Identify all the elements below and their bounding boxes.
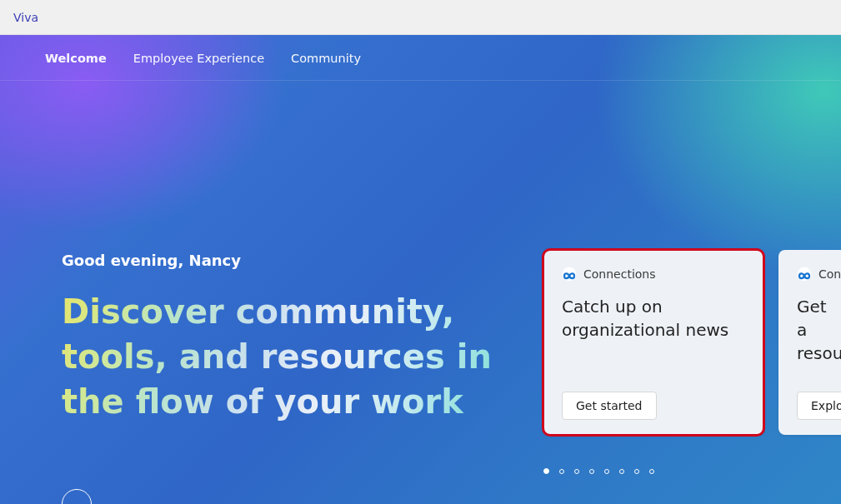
- card-connections-next[interactable]: Con Get a resou Explor: [778, 250, 841, 435]
- pager-dot[interactable]: [634, 469, 639, 474]
- pager-dot[interactable]: [543, 468, 549, 474]
- card-product-label: Connections: [583, 267, 656, 281]
- tab-bar: Welcome Employee Experience Community: [0, 35, 841, 81]
- pager-dot[interactable]: [649, 469, 654, 474]
- explore-button[interactable]: Explor: [797, 392, 841, 420]
- pager-dot[interactable]: [604, 469, 609, 474]
- pager-dot[interactable]: [574, 469, 579, 474]
- card-connections-news[interactable]: Connections Catch up on organizational n…: [543, 250, 763, 435]
- title-bar: Viva: [0, 0, 841, 35]
- card-header: Con: [797, 267, 835, 282]
- hero-text: Good evening, Nancy Discover community, …: [62, 252, 528, 424]
- pager-dot[interactable]: [619, 469, 624, 474]
- tab-employee-experience[interactable]: Employee Experience: [133, 52, 264, 65]
- card-header: Connections: [562, 267, 745, 282]
- card-carousel: Connections Catch up on organizational n…: [543, 250, 841, 435]
- connections-icon: [797, 267, 812, 282]
- carousel-pager: [543, 468, 654, 474]
- hero-section: Welcome Employee Experience Community Go…: [0, 35, 841, 504]
- get-started-button[interactable]: Get started: [562, 392, 657, 420]
- connections-icon: [562, 267, 577, 282]
- tab-community[interactable]: Community: [291, 52, 361, 65]
- app-name: Viva: [13, 11, 38, 24]
- pager-dot[interactable]: [559, 469, 564, 474]
- scroll-hint-icon[interactable]: [62, 489, 92, 504]
- greeting: Good evening, Nancy: [62, 252, 528, 269]
- headline: Discover community, tools, and resources…: [62, 289, 528, 424]
- card-product-label: Con: [818, 267, 841, 281]
- tab-welcome[interactable]: Welcome: [45, 52, 107, 65]
- card-title: Get a resou: [797, 295, 835, 365]
- card-title: Catch up on organizational news: [562, 295, 745, 342]
- pager-dot[interactable]: [589, 469, 594, 474]
